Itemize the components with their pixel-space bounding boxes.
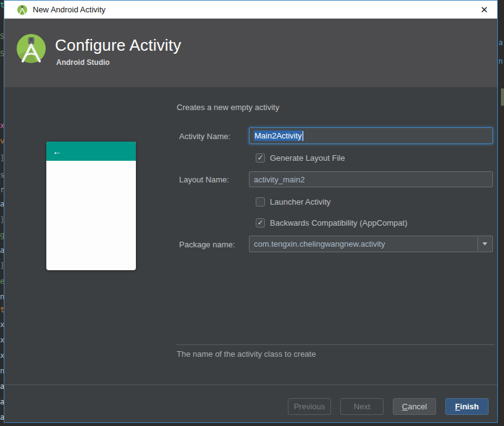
dialog-footer: Previous Next Cancel Finish: [4, 385, 497, 422]
dropdown-arrow-icon: [482, 242, 487, 245]
next-button[interactable]: Next: [340, 398, 384, 415]
background-code-fragment: a: [498, 38, 503, 47]
text-caret: [303, 131, 303, 141]
code-strip-right: an: [498, 0, 504, 426]
layout-name-label: Layout Name:: [179, 171, 229, 188]
cancel-button[interactable]: Cancel: [393, 398, 436, 415]
backwards-compat-row: ✓ Backwards Compatibility (AppCompat): [256, 218, 408, 228]
page-title: Configure Activity: [55, 36, 181, 55]
android-studio-icon: [17, 5, 27, 15]
background-code-fragment: [501, 88, 504, 106]
generate-layout-checkbox[interactable]: ✓: [256, 153, 265, 163]
previous-button[interactable]: Previous: [288, 398, 331, 415]
launcher-activity-row: Launcher Activity: [256, 197, 330, 207]
backwards-compat-label: Backwards Compatibility (AppCompat): [270, 218, 408, 228]
activity-name-selected-text: Main2Activity: [254, 130, 303, 141]
launcher-activity-checkbox[interactable]: [256, 197, 265, 207]
cancel-mnemonic: C: [402, 402, 408, 411]
back-arrow-icon: ←: [52, 146, 62, 156]
hint-divider: [176, 344, 495, 345]
wizard-header: Configure Activity Android Studio: [4, 19, 497, 87]
finish-rest: inish: [460, 402, 479, 411]
layout-name-input[interactable]: activity_main2: [249, 171, 493, 187]
package-dropdown-button[interactable]: [477, 237, 492, 251]
page-subtitle: Android Studio: [56, 58, 110, 67]
generate-layout-label: Generate Layout File: [270, 153, 345, 163]
wizard-description: Creates a new empty activity: [177, 103, 279, 112]
finish-button[interactable]: Finish: [445, 398, 489, 415]
preview-appbar: ←: [46, 142, 136, 161]
field-hint-text: The name of the activity class to create: [177, 349, 316, 359]
android-studio-logo-icon: [17, 34, 46, 63]
cancel-rest: ancel: [408, 402, 427, 411]
dialog-body: ← Creates a new empty activity Activity …: [4, 87, 497, 385]
activity-name-input[interactable]: Main2Activity: [249, 127, 493, 144]
backwards-compat-checkbox[interactable]: ✓: [256, 218, 265, 228]
layout-name-value: activity_main2: [254, 175, 304, 184]
package-name-combobox[interactable]: com.tengxin.chelingwangnew.activity: [249, 236, 493, 252]
close-icon[interactable]: ✕: [478, 4, 490, 16]
generate-layout-row: ✓ Generate Layout File: [256, 153, 345, 163]
launcher-activity-label: Launcher Activity: [270, 197, 330, 207]
new-android-activity-dialog: New Android Activity ✕ Configure Activit…: [4, 0, 498, 423]
activity-preview-thumbnail: ←: [46, 142, 136, 270]
window-titlebar: New Android Activity ✕: [4, 1, 497, 19]
window-title: New Android Activity: [33, 5, 106, 14]
package-name-value: com.tengxin.chelingwangnew.activity: [254, 239, 385, 249]
background-code-fragment: n: [498, 57, 503, 66]
finish-mnemonic: F: [455, 402, 460, 411]
package-name-label: Package name:: [179, 236, 235, 253]
activity-name-label: Activity Name:: [179, 128, 230, 145]
